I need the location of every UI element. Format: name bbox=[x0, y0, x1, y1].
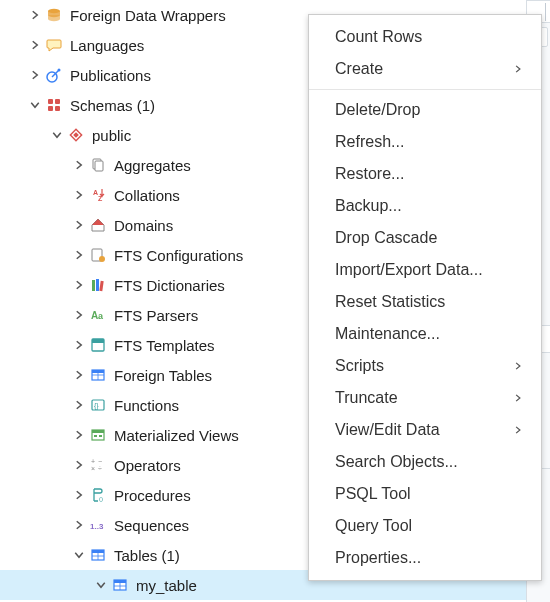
chevron-right-icon bbox=[513, 393, 523, 403]
menu-item-count-rows[interactable]: Count Rows bbox=[309, 21, 541, 53]
tree-label: Publications bbox=[70, 67, 151, 84]
menu-label: View/Edit Data bbox=[335, 421, 440, 439]
menu-item-reset-stats[interactable]: Reset Statistics bbox=[309, 286, 541, 318]
collations-icon bbox=[88, 185, 108, 205]
menu-item-search-objects[interactable]: Search Objects... bbox=[309, 446, 541, 478]
menu-item-refresh[interactable]: Refresh... bbox=[309, 126, 541, 158]
domains-icon bbox=[88, 215, 108, 235]
chevron-right-icon[interactable] bbox=[70, 276, 88, 294]
menu-item-create[interactable]: Create bbox=[309, 53, 541, 85]
tree-label: Domains bbox=[114, 217, 173, 234]
menu-label: Drop Cascade bbox=[335, 229, 437, 247]
tree-label: Languages bbox=[70, 37, 144, 54]
menu-item-import-export[interactable]: Import/Export Data... bbox=[309, 254, 541, 286]
chevron-right-icon[interactable] bbox=[70, 306, 88, 324]
tree-label: Procedures bbox=[114, 487, 191, 504]
tree-label: FTS Parsers bbox=[114, 307, 198, 324]
menu-item-drop-cascade[interactable]: Drop Cascade bbox=[309, 222, 541, 254]
menu-label: Search Objects... bbox=[335, 453, 458, 471]
fts-template-icon bbox=[88, 335, 108, 355]
tree-label: Tables (1) bbox=[114, 547, 180, 564]
chevron-right-icon[interactable] bbox=[70, 216, 88, 234]
fts-dict-icon bbox=[88, 275, 108, 295]
menu-label: Count Rows bbox=[335, 28, 422, 46]
tree-label: FTS Templates bbox=[114, 337, 215, 354]
menu-item-backup[interactable]: Backup... bbox=[309, 190, 541, 222]
chevron-right-icon[interactable] bbox=[70, 426, 88, 444]
chevron-right-icon[interactable] bbox=[70, 246, 88, 264]
menu-item-truncate[interactable]: Truncate bbox=[309, 382, 541, 414]
chevron-right-icon[interactable] bbox=[70, 486, 88, 504]
chevron-right-icon bbox=[513, 425, 523, 435]
chevron-right-icon[interactable] bbox=[70, 456, 88, 474]
menu-label: Backup... bbox=[335, 197, 402, 215]
chevron-right-icon[interactable] bbox=[70, 186, 88, 204]
tree-label: my_table bbox=[136, 577, 197, 594]
foreign-table-icon bbox=[88, 365, 108, 385]
tree-label: Collations bbox=[114, 187, 180, 204]
tree-label: Sequences bbox=[114, 517, 189, 534]
menu-label: Restore... bbox=[335, 165, 404, 183]
menu-item-scripts[interactable]: Scripts bbox=[309, 350, 541, 382]
chevron-right-icon[interactable] bbox=[70, 516, 88, 534]
chevron-right-icon[interactable] bbox=[70, 156, 88, 174]
menu-label: Create bbox=[335, 60, 383, 78]
menu-item-restore[interactable]: Restore... bbox=[309, 158, 541, 190]
chevron-right-icon[interactable] bbox=[70, 366, 88, 384]
menu-label: Scripts bbox=[335, 357, 384, 375]
tree-label: Foreign Data Wrappers bbox=[70, 7, 226, 24]
functions-icon bbox=[88, 395, 108, 415]
foreign-data-wrappers-icon bbox=[44, 5, 64, 25]
matview-icon bbox=[88, 425, 108, 445]
menu-item-view-edit[interactable]: View/Edit Data bbox=[309, 414, 541, 446]
chevron-right-icon[interactable] bbox=[70, 336, 88, 354]
chevron-right-icon[interactable] bbox=[26, 36, 44, 54]
fts-config-icon bbox=[88, 245, 108, 265]
chevron-down-icon[interactable] bbox=[26, 96, 44, 114]
chevron-right-icon[interactable] bbox=[26, 66, 44, 84]
menu-label: Query Tool bbox=[335, 517, 412, 535]
menu-separator bbox=[309, 89, 541, 90]
schema-icon bbox=[66, 125, 86, 145]
procedures-icon bbox=[88, 485, 108, 505]
menu-label: Refresh... bbox=[335, 133, 404, 151]
tree-label: Operators bbox=[114, 457, 181, 474]
menu-label: Maintenance... bbox=[335, 325, 440, 343]
tables-icon bbox=[88, 545, 108, 565]
tree-label: Aggregates bbox=[114, 157, 191, 174]
menu-item-query-tool[interactable]: Query Tool bbox=[309, 510, 541, 542]
sequences-icon bbox=[88, 515, 108, 535]
menu-item-psql-tool[interactable]: PSQL Tool bbox=[309, 478, 541, 510]
chevron-down-icon[interactable] bbox=[70, 546, 88, 564]
menu-label: Delete/Drop bbox=[335, 101, 420, 119]
operators-icon bbox=[88, 455, 108, 475]
tree-label: FTS Dictionaries bbox=[114, 277, 225, 294]
table-icon bbox=[110, 575, 130, 595]
menu-label: Properties... bbox=[335, 549, 421, 567]
languages-icon bbox=[44, 35, 64, 55]
tree-label: Schemas (1) bbox=[70, 97, 155, 114]
menu-item-properties[interactable]: Properties... bbox=[309, 542, 541, 574]
menu-label: PSQL Tool bbox=[335, 485, 411, 503]
schemas-icon bbox=[44, 95, 64, 115]
fts-parser-icon bbox=[88, 305, 108, 325]
tree-label: Functions bbox=[114, 397, 179, 414]
chevron-right-icon bbox=[513, 64, 523, 74]
tree-label: FTS Configurations bbox=[114, 247, 243, 264]
menu-label: Reset Statistics bbox=[335, 293, 445, 311]
chevron-down-icon[interactable] bbox=[48, 126, 66, 144]
publications-icon bbox=[44, 65, 64, 85]
menu-label: Truncate bbox=[335, 389, 398, 407]
tree-label: Materialized Views bbox=[114, 427, 239, 444]
aggregates-icon bbox=[88, 155, 108, 175]
chevron-right-icon[interactable] bbox=[70, 396, 88, 414]
chevron-down-icon[interactable] bbox=[92, 576, 110, 594]
menu-item-delete-drop[interactable]: Delete/Drop bbox=[309, 94, 541, 126]
chevron-right-icon bbox=[513, 361, 523, 371]
tree-label: Foreign Tables bbox=[114, 367, 212, 384]
menu-item-maintenance[interactable]: Maintenance... bbox=[309, 318, 541, 350]
context-menu: Count Rows Create Delete/Drop Refresh...… bbox=[308, 14, 542, 581]
menu-label: Import/Export Data... bbox=[335, 261, 483, 279]
tree-label: public bbox=[92, 127, 131, 144]
chevron-right-icon[interactable] bbox=[26, 6, 44, 24]
